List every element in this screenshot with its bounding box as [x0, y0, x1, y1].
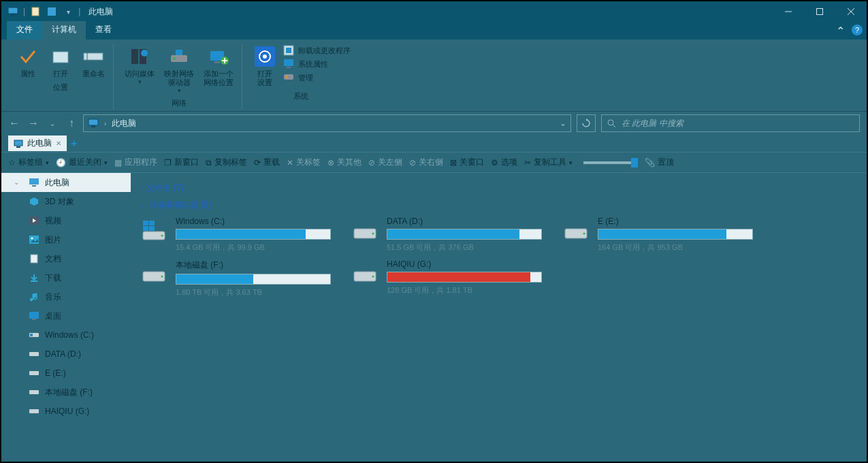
sidebar-item-windows-c[interactable]: Windows (C:)	[1, 325, 131, 345]
up-button[interactable]: ↑	[65, 117, 78, 129]
svg-rect-9	[84, 53, 103, 60]
chevron-down-icon: ▾	[138, 78, 142, 85]
document-icon[interactable]	[29, 5, 42, 18]
copy-tab-button[interactable]: ⧉复制标签	[206, 157, 247, 168]
download-icon	[29, 272, 39, 283]
sidebar-item-3d-objects[interactable]: 3D 对象	[1, 192, 131, 211]
ribbon-group-system: 打开 设置 卸载或更改程序 系统属性 管理	[245, 44, 356, 110]
drive-item[interactable]: 本地磁盘 (F:)1.80 TB 可用，共 3.63 TB	[140, 259, 331, 298]
open-button[interactable]: 打开	[46, 44, 75, 80]
add-network-location-button[interactable]: 添加一个 网络位置	[201, 44, 236, 95]
close-tab-button[interactable]: ✕关标签	[287, 157, 321, 168]
drive-icon	[29, 406, 39, 417]
options-button[interactable]: ⚙选项	[491, 157, 517, 168]
apps-button[interactable]: ▦应用程序	[114, 157, 157, 168]
svg-rect-60	[149, 226, 155, 231]
maximize-button[interactable]	[804, 1, 835, 22]
forward-button[interactable]: →	[27, 117, 39, 129]
svg-point-64	[583, 233, 585, 235]
properties-qat-icon[interactable]	[46, 5, 58, 18]
drive-label: DATA (D:)	[387, 217, 542, 226]
svg-rect-5	[817, 9, 823, 15]
system-properties-button[interactable]: 系统属性	[283, 59, 351, 69]
tab-group-button[interactable]: ☆标签组▾	[8, 157, 49, 168]
close-tab-icon[interactable]: ✕	[56, 140, 61, 147]
drive-icon	[29, 330, 39, 340]
refresh-button[interactable]	[577, 114, 596, 132]
sidebar-item-data-d[interactable]: DATA (D:)	[1, 345, 131, 364]
properties-button[interactable]: 属性	[14, 44, 42, 80]
add-tab-button[interactable]: +	[71, 138, 77, 150]
reload-button[interactable]: ⟳重载	[254, 157, 280, 168]
sidebar-item-music[interactable]: 音乐	[1, 287, 131, 306]
sidebar-item-pictures[interactable]: 图片	[1, 230, 131, 249]
search-input[interactable]: 在 此电脑 中搜索	[601, 114, 860, 132]
ribbon-group-system-label: 系统	[293, 89, 308, 103]
breadcrumb-sep-icon: ›	[104, 120, 106, 127]
scissors-icon: ✂	[524, 158, 531, 167]
close-button[interactable]	[835, 1, 867, 22]
close-other-button[interactable]: ⊗关其他	[327, 157, 361, 168]
chevron-down-icon[interactable]: ⌄	[14, 178, 19, 186]
map-drive-button[interactable]: 映射网络 驱动器 ▾	[161, 44, 197, 95]
uninstall-programs-button[interactable]: 卸载或更改程序	[283, 45, 351, 56]
help-icon[interactable]: ?	[852, 25, 863, 35]
tab-view[interactable]: 查看	[86, 21, 121, 39]
slider-thumb[interactable]	[631, 158, 638, 167]
drive-usage-bar	[598, 229, 753, 240]
address-bar[interactable]: › 此电脑 ⌄	[83, 114, 571, 132]
picture-icon	[29, 234, 39, 245]
back-button[interactable]: ←	[8, 117, 20, 129]
drive-label: Windows (C:)	[176, 217, 331, 226]
sidebar-item-desktop[interactable]: 桌面	[1, 306, 131, 325]
sidebar-item-this-pc[interactable]: 此电脑	[1, 173, 131, 192]
close-right-button[interactable]: ⊘关右侧	[409, 157, 443, 168]
open-folder-icon	[49, 45, 72, 68]
breadcrumb[interactable]: 此电脑	[112, 118, 136, 129]
open-settings-button[interactable]: 打开 设置	[251, 44, 279, 89]
gear-icon: ⚙	[491, 158, 498, 167]
close-window-button[interactable]: ⊠关窗口	[450, 157, 484, 168]
search-placeholder: 在 此电脑 中搜索	[622, 118, 684, 129]
folders-header[interactable]: ›文件夹 (7)	[140, 182, 857, 194]
drive-icon	[29, 349, 39, 360]
sidebar-item-haiqiu-g[interactable]: HAIQIU (G:)	[1, 402, 131, 421]
close-left-icon: ⊘	[368, 158, 375, 167]
pin-button[interactable]: 📎置顶	[645, 157, 674, 168]
tab-computer[interactable]: 计算机	[42, 21, 86, 39]
address-dropdown-icon[interactable]: ⌄	[560, 118, 566, 128]
rename-button[interactable]: 重命名	[79, 44, 108, 80]
search-icon	[607, 119, 616, 128]
drive-icon	[351, 262, 380, 287]
add-network-icon	[207, 45, 230, 68]
copy-tools-button[interactable]: ✂复制工具▾	[524, 157, 573, 168]
devices-header[interactable]: ⌄设备和驱动器 (5)	[140, 199, 857, 211]
sidebar-item-local-f[interactable]: 本地磁盘 (F:)	[1, 383, 131, 402]
manage-button[interactable]: 管理	[283, 72, 351, 83]
recent-closed-button[interactable]: 🕘最近关闭▾	[56, 157, 108, 168]
zoom-slider[interactable]	[583, 161, 638, 164]
sidebar-item-videos[interactable]: 视频	[1, 211, 131, 230]
sidebar-item-e-e[interactable]: E (E:)	[1, 364, 131, 383]
tab-file[interactable]: 文件	[7, 21, 42, 39]
drive-stat: 128 GB 可用，共 1.81 TB	[387, 285, 542, 296]
svg-point-62	[372, 233, 374, 235]
ribbon-group-location: 属性 打开 重命名 位置	[8, 44, 114, 110]
svg-point-33	[608, 120, 613, 125]
content-pane: ›文件夹 (7) ⌄设备和驱动器 (5) Windows (C:)15.4 GB…	[131, 173, 867, 462]
sidebar-item-documents[interactable]: 文档	[1, 249, 131, 268]
drive-item[interactable]: E (E:)164 GB 可用，共 953 GB	[562, 217, 753, 253]
ribbon-collapse-icon[interactable]: ⌃	[836, 25, 845, 37]
drive-item[interactable]: HAIQIU (G:)128 GB 可用，共 1.81 TB	[351, 259, 542, 298]
window-tab[interactable]: 此电脑 ✕	[8, 135, 67, 151]
minimize-button[interactable]	[773, 1, 804, 22]
close-left-button[interactable]: ⊘关左侧	[368, 157, 402, 168]
recent-dropdown-icon[interactable]: ⌄	[46, 117, 59, 129]
sidebar-item-downloads[interactable]: 下载	[1, 268, 131, 287]
drive-usage-bar	[387, 229, 542, 240]
drive-item[interactable]: DATA (D:)51.5 GB 可用，共 376 GB	[351, 217, 542, 253]
new-window-button[interactable]: ❐新窗口	[164, 157, 199, 168]
access-media-button[interactable]: 访问媒体 ▾	[122, 44, 157, 95]
drive-item[interactable]: Windows (C:)15.4 GB 可用，共 99.9 GB	[140, 217, 331, 253]
dropdown-qat-icon[interactable]: ▾	[62, 5, 74, 18]
